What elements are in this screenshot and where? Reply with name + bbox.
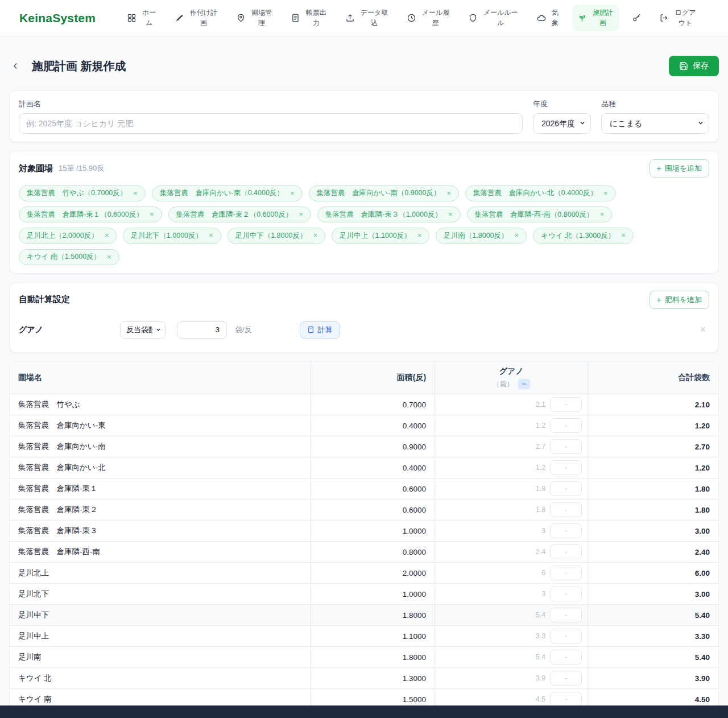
field-chip: 集落営農 倉庫向かい-東（0.4000反） × xyxy=(152,185,303,201)
logout-icon xyxy=(659,13,669,23)
guano-cell: 5.4 xyxy=(435,647,588,668)
guano-override-input[interactable] xyxy=(550,629,582,643)
field-chip-label: 足川北下（1.0000反） xyxy=(131,231,202,241)
approx-badge[interactable]: ≃ xyxy=(518,379,530,389)
guano-override-input[interactable] xyxy=(550,439,582,454)
guano-override-input[interactable] xyxy=(550,608,582,622)
target-fields-card: 対象圃場 15筆 /15.90反 + 圃場を追加 集落営農 竹やぶ（0.7000… xyxy=(9,151,719,274)
total-bags-cell: 3.30 xyxy=(588,626,718,647)
table-row: 足川北下 1.0000 3 3.00 xyxy=(10,584,718,605)
chip-close-icon[interactable]: × xyxy=(150,209,154,220)
plan-form-card: 計画名 年度 2026年度 品種 にこまる xyxy=(9,90,719,142)
guano-override-input[interactable] xyxy=(550,418,582,433)
footer-bar xyxy=(0,705,728,718)
save-button[interactable]: 保存 xyxy=(669,56,719,76)
nav-item-field-management[interactable]: 圃場管理 xyxy=(231,5,278,31)
chip-close-icon[interactable]: × xyxy=(290,188,295,199)
guano-cell: 3.9 xyxy=(435,668,588,689)
guano-override-input[interactable] xyxy=(550,460,582,475)
nav-item-mail-history[interactable]: メール履歴 xyxy=(402,5,456,31)
nav-item-key[interactable] xyxy=(627,10,647,26)
field-chip: 足川北下（1.0000反） × xyxy=(123,228,221,244)
chip-close-icon[interactable]: × xyxy=(603,188,608,199)
nav-item-weather[interactable]: 気象 xyxy=(531,5,565,31)
variety-select[interactable]: にこまる xyxy=(601,113,709,134)
chip-close-icon[interactable]: × xyxy=(299,209,303,220)
guano-cell: 2.1 xyxy=(435,394,588,415)
area-cell: 0.7000 xyxy=(311,394,435,415)
table-row: 集落営農 倉庫向かい-東 0.4000 1.2 1.20 xyxy=(10,415,718,436)
chip-close-icon[interactable]: × xyxy=(600,209,605,220)
field-chip-label: 集落営農 倉庫向かい-東（0.4000反） xyxy=(160,188,284,199)
chip-close-icon[interactable]: × xyxy=(448,209,453,220)
guano-override-input[interactable] xyxy=(550,671,582,686)
total-bags-cell: 1.80 xyxy=(588,478,718,500)
calculate-button[interactable]: 計算 xyxy=(300,321,340,339)
chip-close-icon[interactable]: × xyxy=(446,188,451,199)
guano-override-input[interactable] xyxy=(550,397,582,412)
total-bags-cell: 1.20 xyxy=(588,415,718,436)
guano-override-input[interactable] xyxy=(550,481,582,496)
guano-override-input[interactable] xyxy=(550,587,582,601)
guano-override-input[interactable] xyxy=(550,566,582,580)
area-cell: 0.6000 xyxy=(311,478,435,500)
page-title: 施肥計画 新規作成 xyxy=(32,59,126,74)
field-chip-label: 集落営農 倉庫隣-東１（0.6000反） xyxy=(27,210,143,220)
field-chip: 集落営農 倉庫向かい-南（0.9000反） × xyxy=(309,185,460,201)
guano-override-input[interactable] xyxy=(550,502,582,517)
nav-item-logout[interactable]: ログアウト xyxy=(654,5,702,31)
area-cell: 1.0000 xyxy=(311,584,435,605)
chip-close-icon[interactable]: × xyxy=(105,230,109,241)
guano-override-input[interactable] xyxy=(550,650,582,665)
chip-close-icon[interactable]: × xyxy=(313,230,317,241)
guano-override-input[interactable] xyxy=(550,523,582,538)
guano-estimate: 3.3 xyxy=(536,632,545,640)
chip-close-icon[interactable]: × xyxy=(209,230,213,241)
field-name-cell: 集落営農 倉庫隣-東２ xyxy=(10,500,311,521)
field-name-cell: キウイ 北 xyxy=(10,668,311,689)
guano-estimate: 6 xyxy=(541,569,545,577)
calc-mode-select[interactable]: 反当袋数 xyxy=(120,321,166,339)
bags-per-tan-input[interactable] xyxy=(177,321,227,339)
year-select[interactable]: 2026年度 xyxy=(533,113,591,134)
field-chip: 足川中下（1.8000反） × xyxy=(228,228,325,244)
remove-fertilizer-icon[interactable]: × xyxy=(696,324,709,336)
plus-icon: + xyxy=(657,164,661,172)
nav-item-report-output[interactable]: 帳票出力 xyxy=(286,5,333,31)
fertilizer-calc-row: グアノ 反当袋数 袋/反 計算 × xyxy=(19,321,709,339)
guano-override-input[interactable] xyxy=(550,692,582,707)
nav-item-fertilization-plan[interactable]: 施肥計画 xyxy=(572,5,619,31)
field-chip-label: 足川南（1.8000反） xyxy=(444,231,508,241)
guano-cell: 3 xyxy=(435,521,588,542)
total-bags-cell: 1.80 xyxy=(588,500,718,521)
nav-item-data-import[interactable]: データ取込 xyxy=(340,5,394,31)
field-chip: 足川中上（1.1000反） × xyxy=(332,228,429,244)
field-name-cell: 集落営農 竹やぶ xyxy=(10,394,311,415)
area-cell: 1.8000 xyxy=(311,605,435,626)
total-bags-cell: 1.20 xyxy=(588,457,718,478)
app-logo: KeinaSystem xyxy=(19,11,96,25)
nav-item-home[interactable]: ホーム xyxy=(122,5,162,31)
field-chip: 集落営農 竹やぶ（0.7000反） × xyxy=(19,185,146,201)
back-chevron-icon[interactable] xyxy=(9,60,22,72)
chip-close-icon[interactable]: × xyxy=(133,188,138,199)
nav-item-mail-rules[interactable]: メールルール xyxy=(463,5,524,31)
chip-close-icon[interactable]: × xyxy=(417,230,422,241)
total-bags-cell: 3.00 xyxy=(588,521,718,542)
field-name-cell: 足川中上 xyxy=(10,626,311,647)
guano-estimate: 1.2 xyxy=(536,422,545,430)
chip-close-icon[interactable]: × xyxy=(107,252,111,262)
guano-override-input[interactable] xyxy=(550,544,582,559)
nav-item-cropping-plan[interactable]: 作付け計画 xyxy=(169,5,224,31)
add-fertilizer-button[interactable]: + 肥料を追加 xyxy=(650,291,710,309)
auto-calc-title: 自動計算設定 xyxy=(19,294,70,305)
plan-name-input[interactable] xyxy=(19,113,523,134)
year-label: 年度 xyxy=(533,99,591,109)
area-cell: 1.1000 xyxy=(311,626,435,647)
field-chip-label: 足川中上（1.1000反） xyxy=(340,231,411,241)
fertilizer-name: グアノ xyxy=(19,325,120,335)
chip-close-icon[interactable]: × xyxy=(621,230,626,241)
add-field-button[interactable]: + 圃場を追加 xyxy=(650,159,710,178)
bags-per-tan-unit: 袋/反 xyxy=(235,325,252,335)
chip-close-icon[interactable]: × xyxy=(515,230,519,241)
